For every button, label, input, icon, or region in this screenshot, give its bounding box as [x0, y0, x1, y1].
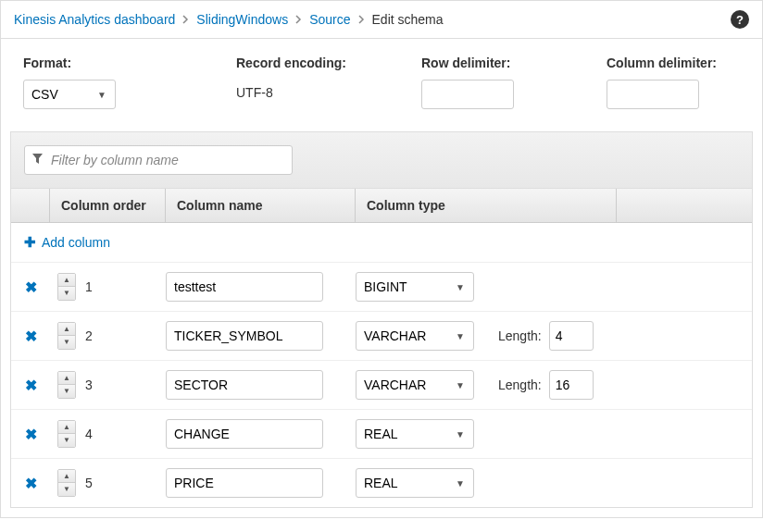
add-column-button[interactable]: ✚ Add column — [11, 223, 752, 262]
stepper-down-button[interactable]: ▼ — [58, 336, 75, 349]
column-order-cell: ▲▼1 — [50, 273, 166, 301]
column-delimiter-label: Column delimiter: — [607, 56, 755, 70]
format-label: Format: — [23, 56, 218, 70]
column-order-cell: ▲▼4 — [50, 420, 166, 448]
length-input[interactable] — [549, 370, 594, 400]
header-column-order: Column order — [50, 189, 166, 222]
column-type-select[interactable]: BIGINT — [356, 272, 474, 302]
filter-input[interactable] — [24, 145, 293, 175]
stepper-up-button[interactable]: ▲ — [58, 323, 75, 336]
order-stepper: ▲▼ — [57, 273, 76, 301]
order-stepper: ▲▼ — [57, 322, 76, 350]
row-delimiter-input[interactable] — [421, 80, 514, 109]
config-row: Format: CSV ▼ Record encoding: UTF-8 Row… — [1, 39, 762, 131]
stepper-down-button[interactable]: ▼ — [58, 385, 75, 398]
column-name-input[interactable] — [166, 370, 323, 400]
encoding-label: Record encoding: — [236, 56, 403, 70]
column-name-input[interactable] — [166, 321, 323, 351]
order-stepper: ▲▼ — [57, 420, 76, 448]
header-column-name: Column name — [166, 189, 356, 222]
stepper-down-button[interactable]: ▼ — [58, 483, 75, 496]
column-delimiter-input[interactable] — [607, 80, 699, 109]
length-label: Length: — [498, 377, 542, 392]
table-row: ✖▲▼3VARCHAR▼Length: — [11, 360, 752, 409]
column-order-cell: ▲▼5 — [50, 469, 166, 497]
column-type-select[interactable]: VARCHAR — [356, 321, 474, 351]
format-select[interactable]: CSV — [23, 80, 116, 109]
chevron-right-icon — [182, 15, 189, 24]
add-column-label: Add column — [42, 235, 110, 250]
breadcrumb-current: Edit schema — [372, 12, 444, 27]
order-value: 3 — [85, 377, 93, 392]
filter-icon — [31, 153, 44, 167]
delete-row-button[interactable]: ✖ — [11, 377, 50, 394]
table-row: ✖▲▼1BIGINT▼ — [11, 262, 752, 311]
length-input[interactable] — [549, 321, 594, 351]
chevron-right-icon — [295, 15, 302, 24]
breadcrumb-link-dashboard[interactable]: Kinesis Analytics dashboard — [14, 12, 175, 27]
order-stepper: ▲▼ — [57, 371, 76, 399]
table-row: ✖▲▼5REAL▼ — [11, 458, 752, 507]
columns-table: Column order Column name Column type ✚ A… — [10, 131, 753, 508]
column-type-select[interactable]: REAL — [356, 468, 474, 498]
header-column-type: Column type — [356, 189, 617, 222]
stepper-up-button[interactable]: ▲ — [58, 372, 75, 385]
delete-row-button[interactable]: ✖ — [11, 328, 50, 345]
stepper-up-button[interactable]: ▲ — [58, 421, 75, 434]
row-delimiter-label: Row delimiter: — [421, 56, 588, 70]
table-row: ✖▲▼4REAL▼ — [11, 409, 752, 458]
order-value: 1 — [85, 279, 93, 294]
delete-row-button[interactable]: ✖ — [11, 278, 50, 296]
stepper-down-button[interactable]: ▼ — [58, 287, 75, 300]
column-order-cell: ▲▼2 — [50, 322, 166, 350]
breadcrumb-link-source[interactable]: Source — [309, 12, 350, 27]
plus-icon: ✚ — [24, 234, 36, 251]
column-name-input[interactable] — [166, 419, 323, 449]
column-name-input[interactable] — [166, 272, 323, 302]
table-row: ✖▲▼2VARCHAR▼Length: — [11, 311, 752, 360]
order-stepper: ▲▼ — [57, 469, 76, 497]
help-icon[interactable]: ? — [731, 10, 749, 29]
column-type-select[interactable]: VARCHAR — [356, 370, 474, 400]
stepper-up-button[interactable]: ▲ — [58, 470, 75, 483]
order-value: 4 — [85, 427, 93, 441]
column-order-cell: ▲▼3 — [50, 371, 166, 399]
breadcrumb-link-app[interactable]: SlidingWindows — [196, 12, 288, 27]
chevron-right-icon — [358, 15, 365, 24]
column-type-select[interactable]: REAL — [356, 419, 474, 449]
delete-row-button[interactable]: ✖ — [11, 475, 50, 492]
column-name-input[interactable] — [166, 468, 323, 498]
length-label: Length: — [498, 328, 542, 343]
encoding-value: UTF-8 — [236, 80, 273, 100]
stepper-up-button[interactable]: ▲ — [58, 274, 75, 287]
breadcrumb: Kinesis Analytics dashboard SlidingWindo… — [1, 1, 762, 38]
stepper-down-button[interactable]: ▼ — [58, 434, 75, 447]
delete-row-button[interactable]: ✖ — [11, 426, 50, 443]
order-value: 5 — [85, 476, 93, 490]
order-value: 2 — [85, 328, 93, 343]
table-header: Column order Column name Column type — [11, 189, 752, 223]
